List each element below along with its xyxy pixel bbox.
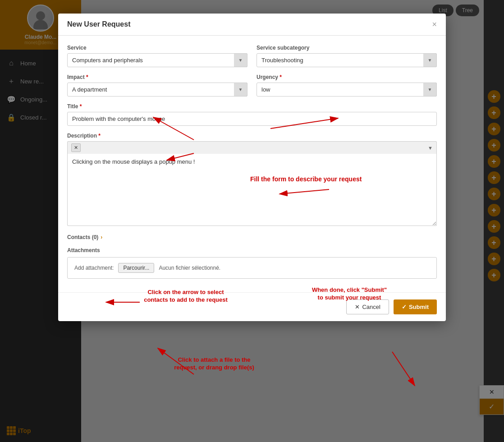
submit-button[interactable]: ✓ Submit xyxy=(394,299,437,314)
service-select[interactable]: Computers and peripherals xyxy=(67,53,247,67)
modal-overlay: New User Request × Service Computers and… xyxy=(0,0,504,442)
title-label: Title * xyxy=(67,103,437,110)
modal: New User Request × Service Computers and… xyxy=(58,14,446,321)
service-subcategory-select[interactable]: Troubleshooting xyxy=(257,53,437,67)
file-input-row: Add attachment: Parcourir... Aucun fichi… xyxy=(74,263,430,273)
modal-body: Service Computers and peripherals ▼ Serv… xyxy=(58,36,446,292)
impact-group: Impact * A department ▼ xyxy=(67,74,247,97)
attachments-label: Attachments xyxy=(67,247,437,253)
description-textarea[interactable]: Clicking on the mouse displays a popup m… xyxy=(67,154,437,226)
service-select-wrapper: Computers and peripherals ▼ xyxy=(67,53,247,67)
description-group: Description * ✕ ▼ Clicking on the mouse … xyxy=(67,133,437,227)
modal-title: New User Request xyxy=(67,20,131,28)
service-group: Service Computers and peripherals ▼ xyxy=(67,45,247,67)
urgency-required: * xyxy=(278,74,282,80)
urgency-label: Urgency * xyxy=(257,74,437,80)
impact-required: * xyxy=(85,74,88,80)
contacts-label[interactable]: Contacts (0) › xyxy=(67,234,437,240)
modal-close-button[interactable]: × xyxy=(432,20,437,28)
impact-select[interactable]: A department xyxy=(67,83,247,97)
form-row-service: Service Computers and peripherals ▼ Serv… xyxy=(67,45,437,67)
cancel-icon: ✕ xyxy=(355,304,360,310)
add-attachment-label: Add attachment: xyxy=(74,265,114,271)
contacts-section: Contacts (0) › xyxy=(67,234,437,240)
service-subcategory-label: Service subcategory xyxy=(257,45,437,51)
service-label: Service xyxy=(67,45,247,51)
attachments-section: Attachments Add attachment: Parcourir...… xyxy=(67,247,437,279)
toolbar-format-btn[interactable]: ✕ xyxy=(71,143,81,152)
browse-button[interactable]: Parcourir... xyxy=(118,263,154,273)
toolbar-expand[interactable]: ▼ xyxy=(428,145,433,151)
title-input[interactable] xyxy=(67,112,437,126)
impact-label: Impact * xyxy=(67,74,247,80)
service-subcategory-group: Service subcategory Troubleshooting ▼ xyxy=(257,45,437,67)
form-row-impact: Impact * A department ▼ Urgency * xyxy=(67,74,437,97)
description-label: Description * xyxy=(67,133,437,139)
description-required: * xyxy=(97,133,101,139)
description-toolbar: ✕ ▼ xyxy=(67,141,437,154)
impact-select-wrapper: A department ▼ xyxy=(67,83,247,97)
modal-footer: ✕ Cancel ✓ Submit xyxy=(58,292,446,321)
service-subcategory-select-wrapper: Troubleshooting ▼ xyxy=(257,53,437,67)
attachments-box: Add attachment: Parcourir... Aucun fichi… xyxy=(67,257,437,279)
title-group: Title * xyxy=(67,103,437,126)
urgency-select[interactable]: low xyxy=(257,83,437,97)
modal-header: New User Request × xyxy=(58,14,446,36)
urgency-select-wrapper: low ▼ xyxy=(257,83,437,97)
contacts-arrow[interactable]: › xyxy=(101,234,102,240)
cancel-button[interactable]: ✕ Cancel xyxy=(346,299,389,314)
submit-icon: ✓ xyxy=(402,304,407,310)
title-required: * xyxy=(78,103,82,110)
no-file-label: Aucun fichier sélectionné. xyxy=(159,265,220,271)
urgency-group: Urgency * low ▼ xyxy=(257,74,437,97)
